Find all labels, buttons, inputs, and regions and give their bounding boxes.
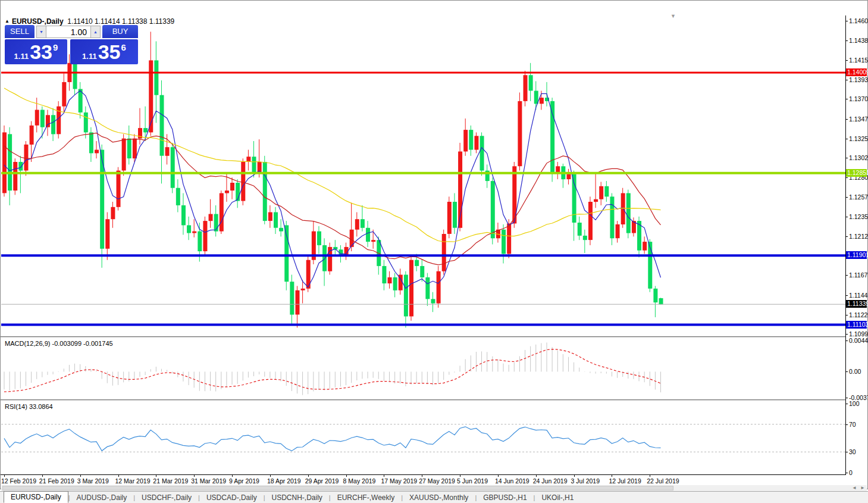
buy-price-prefix: 1.11 (82, 52, 97, 61)
date-label-29-apr-2019: 29 Apr 2019 (305, 477, 339, 485)
scroll-right-icon[interactable]: ► (860, 485, 865, 491)
chart-tab-audusd-daily[interactable]: AUDUSD-,Daily (70, 492, 134, 503)
lot-size-input[interactable] (46, 26, 90, 38)
date-label-3-jul-2019: 3 Jul 2019 (571, 477, 600, 485)
chart-symbol-label: EURUSD-,Daily (12, 17, 64, 26)
date-label-5-jun-2019: 5 Jun 2019 (457, 477, 488, 485)
date-tick (422, 475, 422, 477)
price-label: 1.12350 (849, 213, 868, 220)
price-tick (846, 119, 848, 120)
date-tick (460, 475, 460, 477)
chart-tab-gbpusd-h1[interactable]: GBPUSD-,H1 (477, 492, 533, 503)
rsi-label: 70 (849, 421, 856, 428)
date-label-8-may-2019: 8 May 2019 (343, 477, 376, 485)
lot-increase-button[interactable]: ▲ (90, 26, 101, 38)
price-label: 1.13250 (849, 135, 868, 142)
price-label: 1.13025 (849, 154, 868, 161)
date-label-18-apr-2019: 18 Apr 2019 (267, 477, 301, 485)
buy-price-pip: 6 (121, 42, 126, 52)
price-tick (846, 158, 848, 158)
date-label-27-may-2019: 27 May 2019 (419, 477, 455, 485)
buy-price-display[interactable]: 1.11 35 6 (70, 39, 138, 64)
scroll-left-icon[interactable]: ◄ (852, 485, 857, 491)
scrollbar-thumb[interactable] (2, 486, 673, 490)
price-line-label-1-11339: 1.11339 (846, 300, 867, 308)
price-label: 1.14380 (849, 37, 868, 44)
sell-price-display[interactable]: 1.11 33 9 (5, 39, 67, 64)
price-tick (846, 315, 848, 315)
price-line-label-1-11103: 1.11103 (846, 321, 867, 329)
chart-shift-marker-icon[interactable]: ▼ (670, 13, 676, 19)
chart-tab-usdchf-daily[interactable]: USDCHF-,Daily (135, 492, 198, 503)
date-tick (498, 475, 499, 477)
lot-decrease-button[interactable]: ▼ (36, 26, 46, 38)
date-tick (346, 475, 347, 477)
macd-tick (846, 398, 848, 398)
macd-label: 0.00 (849, 368, 861, 375)
chart-tab-eurchf-weekly[interactable]: EURCHF-,Weekly (331, 492, 401, 503)
price-tick (846, 139, 848, 139)
price-tick (846, 275, 848, 276)
price-label: 1.11675 (849, 271, 868, 279)
price-line-label-1-11901: 1.11901 (846, 251, 867, 259)
date-tick (384, 475, 384, 477)
date-label-31-mar-2019: 31 Mar 2019 (191, 477, 226, 485)
macd-pane[interactable] (1, 338, 845, 399)
price-label: 1.11220 (849, 311, 868, 318)
sell-price-prefix: 1.11 (14, 52, 29, 61)
chart-tab-xauusd-monthly[interactable]: XAUUSD-,Monthly (403, 492, 475, 503)
sell-button[interactable]: SELL (5, 25, 35, 38)
price-tick (846, 197, 848, 198)
pane-separator[interactable] (1, 399, 867, 401)
date-label-22-jul-2019: 22 Jul 2019 (647, 477, 679, 485)
price-label: 1.13930 (849, 76, 868, 83)
lot-size-stepper: ▼ ▲ (36, 26, 101, 38)
date-tick (536, 475, 537, 477)
rsi-pane[interactable] (1, 401, 845, 474)
price-label: 1.14605 (849, 17, 868, 24)
chart-tab-usdcnh-daily[interactable]: USDCNH-,Daily (265, 492, 329, 503)
date-label-24-jun-2019: 24 Jun 2019 (533, 477, 568, 485)
macd-indicator-label: MACD(12,26,9) -0.003099 -0.001745 (5, 340, 113, 347)
date-tick (308, 475, 309, 477)
macd-label: 0.004465 (849, 337, 868, 344)
rsi-tick (846, 404, 848, 404)
date-label-3-mar-2019: 3 Mar 2019 (77, 477, 109, 485)
date-label-17-may-2019: 17 May 2019 (381, 477, 417, 485)
date-label-12-mar-2019: 12 Mar 2019 (115, 477, 151, 485)
candles (2, 32, 663, 327)
rsi-tick (846, 424, 848, 425)
rsi-tick (846, 473, 848, 473)
price-label: 1.14155 (849, 57, 868, 64)
buy-price-big: 35 (98, 42, 121, 62)
price-tick (846, 40, 848, 41)
price-tick (846, 80, 848, 80)
date-label-21-feb-2019: 21 Feb 2019 (39, 477, 74, 485)
horizontal-scrollbar[interactable]: ◄ ► (1, 485, 867, 491)
date-tick (156, 475, 156, 477)
chart-tab-ukoil-h1[interactable]: UKOil-,H1 (535, 492, 580, 503)
price-tick (846, 99, 848, 99)
date-axis[interactable]: 12 Feb 201921 Feb 20193 Mar 201912 Mar 2… (1, 475, 845, 485)
date-label-21-mar-2019: 21 Mar 2019 (153, 477, 188, 485)
trading-terminal: H4D1W1MN ▲EURUSD-,Daily 1.11410 1.11414 … (0, 0, 868, 503)
price-tick (846, 21, 848, 21)
date-tick (80, 475, 81, 477)
date-tick (42, 475, 43, 477)
chart-ohlc-values: 1.11410 1.11414 1.11338 1.11339 (67, 17, 174, 26)
price-tick (846, 295, 848, 296)
macd-signal-line (4, 349, 661, 392)
price-label: 1.13475 (849, 115, 868, 123)
price-axis[interactable]: 1.146051.143801.141551.139301.137051.134… (846, 15, 867, 475)
buy-button[interactable]: BUY (102, 25, 138, 38)
rsi-line (4, 427, 661, 451)
price-label: 1.12575 (849, 193, 868, 201)
collapse-panel-icon[interactable]: ▲ (5, 18, 10, 24)
chart-tab-usdcad-daily[interactable]: USDCAD-,Daily (200, 492, 264, 503)
rsi-label: 0 (849, 469, 853, 476)
chart-tab-eurusd-daily[interactable]: EURUSD-,Daily (4, 491, 68, 503)
price-line-label-1-12851: 1.12851 (846, 169, 867, 177)
date-tick (270, 475, 271, 477)
price-label: 1.11445 (849, 292, 868, 299)
pane-separator[interactable] (1, 336, 867, 338)
